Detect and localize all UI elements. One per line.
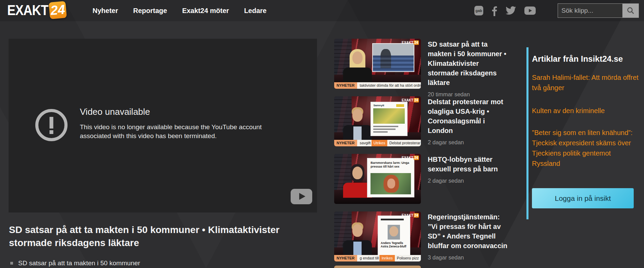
news-anchor-silhouette bbox=[343, 49, 372, 83]
sidebar-heading: Artiklar från Insikt24.se bbox=[532, 54, 642, 64]
exakt24-logo[interactable]: EXAKT 24 bbox=[7, 1, 66, 19]
logo-wordmark: EXAKT bbox=[7, 1, 48, 19]
video-title[interactable]: SD satsar på att ta makten i 50 kommuner… bbox=[428, 39, 511, 87]
news-anchor-silhouette bbox=[343, 107, 372, 140]
sidebar-article-link[interactable]: ”Beter sig som en liten knähund”: Tjecki… bbox=[532, 127, 640, 169]
magnifier-icon bbox=[627, 7, 634, 14]
ticker-label: NYHETER bbox=[334, 82, 357, 89]
error-message: This video is no longer available becaus… bbox=[80, 123, 268, 141]
video-timestamp: 2 dagar sedan bbox=[428, 178, 511, 184]
sidebar-article-link[interactable]: Sarah Halimi-fallet: Att mörda offret tv… bbox=[532, 72, 640, 93]
video-thumbnail[interactable]: Samnytt EXAKT24 NYHETER savgift på 800 0… bbox=[334, 96, 421, 146]
login-insikt-button[interactable]: Logga in på insikt bbox=[532, 188, 634, 208]
chapter-label: SD satsar på att ta makten i 50 kommuner bbox=[18, 259, 140, 267]
ticker-text: g endast till svenska medborgare bbox=[357, 255, 380, 261]
nav-item-nyheter[interactable]: Nyheter bbox=[93, 7, 118, 15]
nav-item-ledare[interactable]: Ledare bbox=[244, 7, 267, 15]
sidebar-article-link[interactable]: Kulten av den kriminelle bbox=[532, 106, 640, 116]
video-list-item[interactable]: Barnmorskans larm: Unga pressas till hår… bbox=[334, 154, 511, 211]
current-video-title: SD satsar på att ta makten i 50 kommuner… bbox=[9, 223, 290, 249]
search-button[interactable] bbox=[622, 4, 639, 17]
ticker-label: NYHETER bbox=[334, 255, 357, 261]
inset-article: Samnytt bbox=[370, 102, 408, 136]
facebook-icon[interactable] bbox=[491, 5, 497, 16]
player-error-text: Video unavailable This video is no longe… bbox=[80, 107, 272, 141]
bullet-icon bbox=[10, 262, 13, 265]
article-headline: Barnmorskans larm: Unga pressas till hår… bbox=[370, 161, 411, 169]
news-anchor-silhouette bbox=[343, 222, 372, 255]
exakt24-watermark: EXAKT24 bbox=[402, 156, 419, 160]
twitter-icon[interactable] bbox=[506, 6, 516, 15]
video-list-item[interactable]: EXAKT24 NYHETER taktivister dömda för at… bbox=[334, 39, 511, 96]
nav-item-exakt24-moter[interactable]: Exakt24 möter bbox=[182, 7, 229, 15]
article-headline: Anders Tegnells Astra Zeneca-bluff bbox=[381, 241, 407, 248]
main-nav: Nyheter Reportage Exakt24 möter Ledare bbox=[93, 0, 267, 21]
error-title: Video unavailable bbox=[80, 107, 272, 117]
inset-footage bbox=[372, 43, 414, 72]
video-list-item[interactable]: Anders Tegnells Astra Zeneca-bluff EXAKT… bbox=[334, 211, 511, 268]
news-ticker: NYHETER g endast till svenska medborgare… bbox=[334, 255, 421, 261]
exakt24-watermark: EXAKT24 bbox=[402, 213, 419, 218]
exakt24-page: EXAKT 24 Nyheter Reportage Exakt24 möter… bbox=[0, 0, 644, 268]
news-ticker: NYHETER savgift på 800 000 kr Utrikes De… bbox=[334, 140, 421, 146]
logo-24-badge: 24 bbox=[49, 1, 67, 19]
youtube-watch-button[interactable] bbox=[291, 189, 312, 204]
sidebar-accent-bar bbox=[526, 47, 528, 219]
nav-item-reportage[interactable]: Reportage bbox=[133, 7, 167, 15]
inset-article: Barnmorskans larm: Unga pressas till hår… bbox=[367, 158, 414, 197]
ticker-category: Inrikes bbox=[379, 255, 394, 261]
exakt24-watermark: EXAKT24 bbox=[402, 40, 419, 45]
news-ticker: NYHETER taktivister dömda för att ha stö… bbox=[334, 82, 421, 89]
video-title[interactable]: HBTQ-lobbyn sätter sexuell press på barn bbox=[428, 155, 511, 174]
video-timestamp: 2 dagar sedan bbox=[428, 139, 511, 146]
video-player[interactable]: Video unavailable This video is no longe… bbox=[9, 39, 317, 212]
chapter-list-item[interactable]: SD satsar på att ta makten i 50 kommuner bbox=[10, 259, 140, 267]
video-title[interactable]: Regeringstjänstemän: ”Vi pressas för hår… bbox=[428, 212, 511, 251]
youtube-icon[interactable] bbox=[524, 7, 536, 15]
ticker-text2: Polisens pizz bbox=[395, 255, 421, 261]
video-list-item[interactable]: Samnytt EXAKT24 NYHETER savgift på 800 0… bbox=[334, 96, 511, 153]
inset-newspaper: Anders Tegnells Astra Zeneca-bluff bbox=[378, 216, 410, 256]
video-thumbnail[interactable]: EXAKT24 NYHETER taktivister dömda för at… bbox=[334, 39, 421, 89]
ticker-text: taktivister dömda för att ha stört ordni… bbox=[357, 82, 421, 89]
video-thumbnail-partial[interactable] bbox=[334, 266, 421, 268]
exakt24-watermark: EXAKT24 bbox=[402, 98, 419, 102]
video-title[interactable]: Delstat protesterar mot olagliga USA-kri… bbox=[428, 97, 511, 135]
search-input[interactable] bbox=[558, 4, 622, 17]
ticker-text: savgift på 800 000 kr bbox=[357, 140, 372, 146]
gab-icon[interactable]: gab bbox=[474, 6, 483, 15]
ticker-text2: Delstat protesterar mot bbox=[387, 140, 421, 146]
error-exclamation-icon bbox=[35, 109, 68, 141]
article-source: Samnytt bbox=[373, 104, 384, 107]
search-box bbox=[558, 3, 639, 18]
ticker-label: NYHETER bbox=[334, 140, 357, 146]
video-thumbnail[interactable]: Barnmorskans larm: Unga pressas till hår… bbox=[334, 154, 421, 204]
video-timestamp: 3 dagar sedan bbox=[428, 254, 511, 261]
social-links: gab bbox=[474, 0, 536, 21]
ticker-category: Utrikes bbox=[372, 140, 387, 146]
video-thumbnail[interactable]: Anders Tegnells Astra Zeneca-bluff EXAKT… bbox=[334, 211, 421, 261]
